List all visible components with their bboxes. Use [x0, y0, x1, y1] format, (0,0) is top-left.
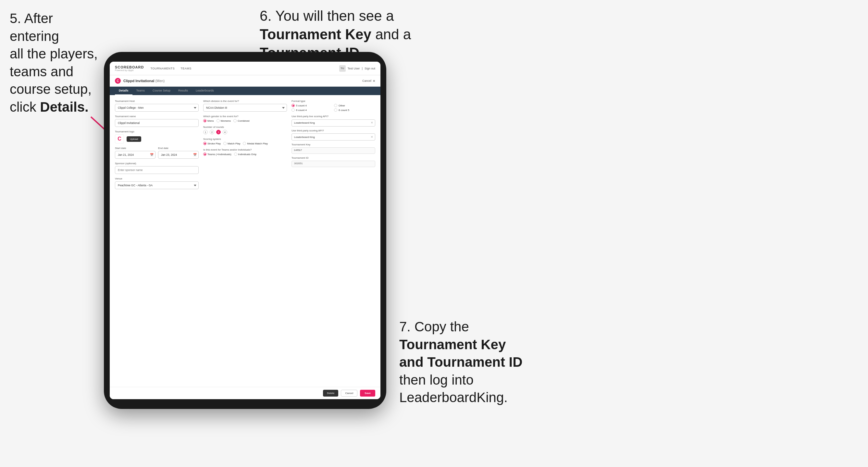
annotation-line4: course setup, [10, 82, 92, 97]
nav-tournaments[interactable]: TOURNAMENTS [150, 67, 175, 70]
scoring-medal-radio[interactable] [243, 142, 246, 145]
date-group: Start date 📅 End date 📅 [115, 147, 199, 159]
bottom-bar: Delete Cancel Save [110, 387, 380, 399]
tournament-key-group: Tournament Key b4f6b7 [291, 143, 375, 154]
round-2-circle[interactable]: 2 [210, 130, 214, 134]
scoring-match-play[interactable]: Match Play [223, 142, 241, 145]
tab-course-setup[interactable]: Course Setup [149, 87, 174, 95]
tab-teams[interactable]: Teams [132, 87, 149, 95]
annotation-line5: click [10, 99, 40, 115]
teams-radio-group: Teams (+Individuals) Individuals Only [203, 153, 287, 156]
round-3-circle[interactable]: 3 [216, 130, 221, 134]
api1-field: ✕ [291, 119, 375, 127]
format-6count4[interactable]: 6 count 4 [291, 108, 333, 112]
annotation-br-line5: LeaderboardKing. [399, 390, 508, 405]
main-content: Tournament Host Clippd College - Men Tou… [110, 95, 380, 387]
sponsor-label: Sponsor (optional) [115, 162, 199, 165]
scoring-stroke-play[interactable]: Stroke Play [203, 142, 221, 145]
teams-plus-individuals[interactable]: Teams (+Individuals) [203, 153, 231, 156]
end-date-input[interactable] [158, 151, 199, 159]
tournament-host-group: Tournament Host Clippd College - Men [115, 100, 199, 112]
api1-input[interactable] [291, 119, 375, 127]
rounds-label: Number of rounds [203, 126, 287, 128]
scoring-stroke-label: Stroke Play [208, 142, 221, 145]
page-title-text: Clippd Invitational [123, 79, 154, 83]
individuals-only[interactable]: Individuals Only [234, 153, 256, 156]
cancel-link[interactable]: Cancel [362, 79, 371, 83]
round-1-circle[interactable]: 1 [203, 130, 208, 134]
format-other-radio[interactable] [334, 104, 337, 107]
tablet-screen: SCOREBOARD Powered by clippd TOURNAMENTS… [110, 62, 380, 399]
gender-mens-radio[interactable] [203, 119, 207, 122]
teams-group: Is this event for Teams and/or Individua… [203, 148, 287, 156]
tab-results[interactable]: Results [174, 87, 192, 95]
logo-area: C Upload [115, 134, 199, 144]
teams-plus-radio[interactable] [203, 153, 207, 156]
start-date-input[interactable] [115, 151, 155, 159]
individuals-radio[interactable] [234, 153, 237, 156]
tournament-name-group: Tournament name [115, 115, 199, 127]
gender-womens[interactable]: Womens [217, 119, 231, 122]
format-6count5[interactable]: 6 count 5 [334, 108, 375, 112]
round-2-opt[interactable]: 2 [210, 130, 214, 134]
page-subtitle: (Men) [155, 79, 164, 83]
gender-womens-radio[interactable] [217, 119, 220, 122]
nav-separator: | [362, 67, 363, 70]
venue-label: Venue [115, 177, 199, 180]
rounds-group: Number of rounds 1 2 3 4 [203, 126, 287, 134]
format-5count4[interactable]: 5 count 4 [291, 104, 333, 107]
division-label: Which division is the event for? [203, 100, 287, 102]
scoring-stroke-radio[interactable] [203, 142, 207, 145]
round-4-circle[interactable]: 4 [223, 130, 227, 134]
scoring-medal-match[interactable]: Medal Match Play [243, 142, 268, 145]
nav-links: TOURNAMENTS TEAMS [150, 67, 332, 70]
upload-button[interactable]: Upload [127, 136, 141, 142]
tournament-name-input[interactable] [115, 119, 199, 127]
api2-clear-icon[interactable]: ✕ [371, 135, 373, 138]
division-select[interactable]: NCAA Division III [203, 104, 287, 112]
cancel-x-icon[interactable]: ✕ [373, 79, 375, 83]
delete-button[interactable]: Delete [323, 390, 338, 397]
scoring-match-radio[interactable] [223, 142, 226, 145]
page-title-row: C Clippd Invitational (Men) [115, 78, 164, 84]
tab-details[interactable]: Details [115, 87, 132, 95]
gender-combined-radio[interactable] [234, 119, 237, 122]
format-label: Format type [291, 100, 375, 102]
scoring-radio-group: Stroke Play Match Play Medal Match Play [203, 142, 287, 145]
tab-leaderboards[interactable]: Leaderboards [192, 87, 218, 95]
rounds-options: 1 2 3 4 [203, 130, 287, 134]
venue-select[interactable]: Peachtree GC - Atlanta - GA [115, 181, 199, 189]
round-4-opt[interactable]: 4 [223, 130, 227, 134]
logo-preview: C [115, 134, 124, 144]
tournament-id-value: 302051 [291, 161, 375, 167]
sign-out-link[interactable]: Sign out [365, 67, 375, 70]
format-6count4-radio[interactable] [291, 108, 295, 112]
annotation-br-line4: then log into [399, 372, 474, 387]
api1-clear-icon[interactable]: ✕ [371, 121, 373, 124]
scoring-medal-label: Medal Match Play [247, 142, 268, 145]
gender-mens[interactable]: Mens [203, 119, 214, 122]
start-date-section: Start date 📅 [115, 147, 155, 159]
annotation-line3: teams and [10, 64, 73, 79]
sponsor-input[interactable] [115, 166, 199, 174]
save-button[interactable]: Save [360, 390, 375, 397]
tournament-name-label: Tournament name [115, 115, 199, 118]
api2-field: ✕ [291, 133, 375, 141]
format-5count4-label: 5 count 4 [296, 104, 307, 107]
tournament-host-select[interactable]: Clippd College - Men [115, 104, 199, 112]
cancel-button[interactable]: Cancel [341, 390, 358, 397]
format-other-label: Other [339, 104, 345, 107]
end-cal-icon: 📅 [193, 153, 197, 156]
gender-womens-label: Womens [221, 119, 231, 122]
format-other[interactable]: Other [334, 104, 375, 107]
api2-group: Use third-party scoring API? ✕ [291, 129, 375, 141]
round-1-opt[interactable]: 1 [203, 130, 208, 134]
tournament-key-label: Tournament Key [291, 143, 375, 146]
format-5count4-radio[interactable] [291, 104, 295, 107]
api2-input[interactable] [291, 133, 375, 141]
gender-combined[interactable]: Combined [234, 119, 249, 122]
nav-teams[interactable]: TEAMS [181, 67, 191, 70]
format-6count5-radio[interactable] [334, 108, 337, 112]
round-3-opt[interactable]: 3 [216, 130, 221, 134]
annotation-br-line1: 7. Copy the [399, 319, 469, 334]
